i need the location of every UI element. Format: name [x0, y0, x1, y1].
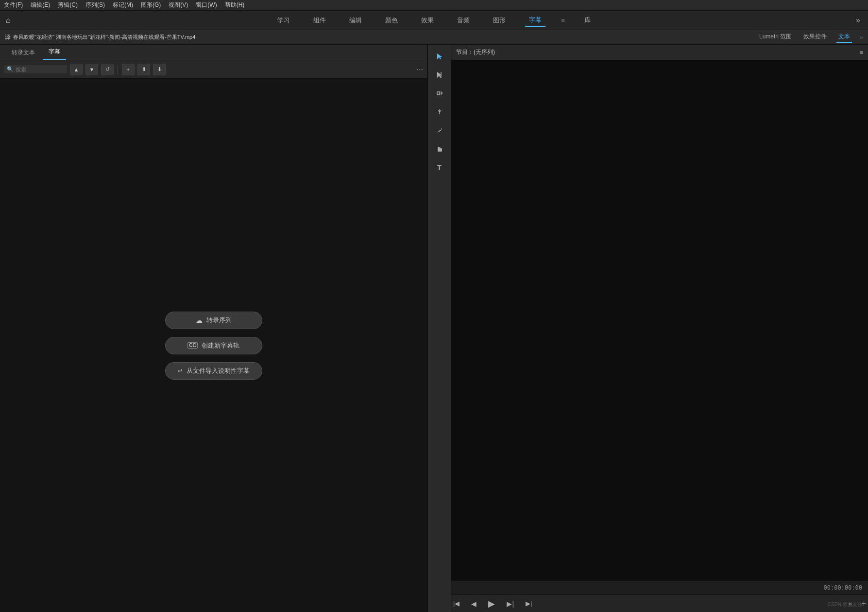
search-input[interactable] — [16, 67, 64, 72]
step-back-button[interactable]: ◀ — [469, 598, 478, 610]
svg-rect-10 — [439, 147, 440, 152]
import-file-button[interactable]: ↵ 从文件导入说明性字幕 — [165, 362, 262, 380]
sub-tabs: 转录文本 字幕 — [0, 45, 427, 60]
menu-clip[interactable]: 剪辑(C) — [58, 1, 78, 9]
monitor-title: 节目：(无序列) — [456, 48, 856, 56]
nav-more-icon[interactable]: » — [856, 16, 860, 25]
source-tab-text[interactable]: 文本 — [836, 32, 852, 43]
menu-bar: 文件(F) 编辑(E) 剪辑(C) 序列(S) 标记(M) 图形(G) 视图(V… — [0, 0, 868, 11]
import-label: 从文件导入说明性字幕 — [187, 367, 250, 375]
source-header: 源: 春风吹暖"花经济" 湖南各地玩出"新花样"-新闻-高清视频在线观看-芒果T… — [0, 30, 868, 45]
caption-search-box: 🔍 — [4, 65, 67, 73]
menu-graphics[interactable]: 图形(G) — [141, 1, 161, 9]
watermark-text: CSDN @漠笑酱 — [828, 602, 862, 607]
nav-components[interactable]: 组件 — [309, 14, 330, 27]
text-tool-button[interactable]: T — [432, 159, 447, 175]
top-nav: ⌂ 学习 组件 编辑 颜色 效果 音频 图形 字幕 ≡ 库 » — [0, 11, 868, 30]
menu-view[interactable]: 视图(V) — [169, 1, 188, 9]
svg-marker-0 — [437, 53, 442, 59]
monitor-controls: |◀ ◀ ▶ ▶| ▶| » + — [451, 595, 868, 612]
track-select-tool-button[interactable] — [432, 67, 447, 83]
add-caption-button[interactable]: + — [122, 64, 135, 75]
caption-toolbar: 🔍 ▲ ▼ ↺ + ⬆ ⬇ ··· — [0, 60, 427, 79]
move-up-button[interactable]: ⬆ — [137, 64, 150, 75]
program-monitor: 节目：(无序列) ≡ 00:00:00:00 |◀ ◀ ▶ ▶| ▶| » + — [451, 45, 868, 612]
nav-edit[interactable]: 编辑 — [345, 14, 366, 27]
monitor-content — [451, 60, 868, 581]
watermark: CSDN @漠笑酱 — [828, 601, 862, 608]
timecode-display: 00:00:00:00 — [824, 584, 862, 591]
nav-audio[interactable]: 音频 — [453, 14, 474, 27]
more-options-button[interactable]: ··· — [417, 65, 423, 74]
monitor-header: 节目：(无序列) ≡ — [451, 45, 868, 60]
sub-tab-captions[interactable]: 字幕 — [43, 46, 66, 60]
source-tab-lumetri[interactable]: Lumetri 范围 — [757, 32, 794, 43]
select-tool-button[interactable] — [432, 49, 447, 64]
source-expand-icon[interactable]: » — [860, 34, 863, 41]
nav-library[interactable]: 库 — [580, 14, 595, 27]
menu-help[interactable]: 帮助(H) — [225, 1, 245, 9]
pen-tool-button[interactable] — [432, 122, 447, 138]
transcribe-label: 转录序列 — [206, 316, 232, 325]
search-icon: 🔍 — [7, 66, 14, 72]
source-tabs: Lumetri 范围 效果控件 文本 — [757, 32, 852, 43]
menu-file[interactable]: 文件(F) — [4, 1, 23, 9]
create-track-label: 创建新字幕轨 — [202, 341, 239, 350]
play-button[interactable]: ▶ — [486, 596, 497, 611]
import-icon: ↵ — [178, 367, 183, 374]
nav-expand-icon: ≡ — [561, 17, 565, 24]
monitor-timecode: 00:00:00:00 — [451, 581, 868, 595]
nav-effects[interactable]: 效果 — [417, 14, 438, 27]
monitor-menu-icon[interactable]: ≡ — [860, 49, 863, 56]
svg-rect-11 — [440, 148, 441, 152]
svg-rect-12 — [441, 148, 442, 152]
cloud-icon: ☁ — [196, 316, 203, 324]
main-area: 转录文本 字幕 🔍 ▲ ▼ ↺ + ⬆ ⬇ ··· ☁ 转录序列 — [0, 45, 868, 612]
create-track-button[interactable]: CC 创建新字幕轨 — [165, 337, 262, 354]
source-tab-effects[interactable]: 效果控件 — [801, 32, 829, 43]
nav-learn[interactable]: 学习 — [273, 14, 294, 27]
go-to-in-button[interactable]: |◀ — [451, 598, 461, 609]
source-title: 源: 春风吹暖"花经济" 湖南各地玩出"新花样"-新闻-高清视频在线观看-芒果T… — [5, 34, 749, 41]
svg-rect-13 — [438, 147, 439, 149]
left-panel: 转录文本 字幕 🔍 ▲ ▼ ↺ + ⬆ ⬇ ··· ☁ 转录序列 — [0, 45, 427, 612]
menu-edit[interactable]: 编辑(E) — [31, 1, 50, 9]
nav-color[interactable]: 颜色 — [381, 14, 402, 27]
nav-graphics[interactable]: 图形 — [489, 14, 510, 27]
sub-tab-transcribe[interactable]: 转录文本 — [6, 47, 41, 60]
menu-window[interactable]: 窗口(W) — [196, 1, 217, 9]
nav-captions[interactable]: 字幕 — [525, 14, 545, 27]
nav-up-button[interactable]: ▲ — [70, 64, 83, 75]
right-tools-panel: T — [427, 45, 451, 612]
svg-rect-9 — [438, 148, 439, 152]
ripple-edit-tool-button[interactable] — [432, 86, 447, 101]
hand-tool-button[interactable] — [432, 141, 447, 157]
caption-content: ☁ 转录序列 CC 创建新字幕轨 ↵ 从文件导入说明性字幕 — [0, 79, 427, 612]
menu-marker[interactable]: 标记(M) — [113, 1, 133, 9]
top-nav-right: » — [856, 16, 860, 25]
nav-down-button[interactable]: ▼ — [85, 64, 98, 75]
home-icon[interactable]: ⌂ — [6, 16, 11, 25]
more-icon: ··· — [417, 65, 423, 73]
rolling-edit-tool-button[interactable] — [432, 104, 447, 120]
toolbar-separator-1 — [118, 65, 118, 74]
svg-rect-3 — [437, 92, 440, 95]
move-down-button[interactable]: ⬇ — [153, 64, 166, 75]
cc-icon: CC — [187, 342, 197, 349]
refresh-button[interactable]: ↺ — [101, 64, 114, 75]
transcribe-sequence-button[interactable]: ☁ 转录序列 — [165, 312, 262, 329]
menu-sequence[interactable]: 序列(S) — [85, 1, 105, 9]
step-forward-button[interactable]: ▶| — [505, 598, 516, 610]
go-to-out-button[interactable]: ▶| — [524, 598, 534, 609]
